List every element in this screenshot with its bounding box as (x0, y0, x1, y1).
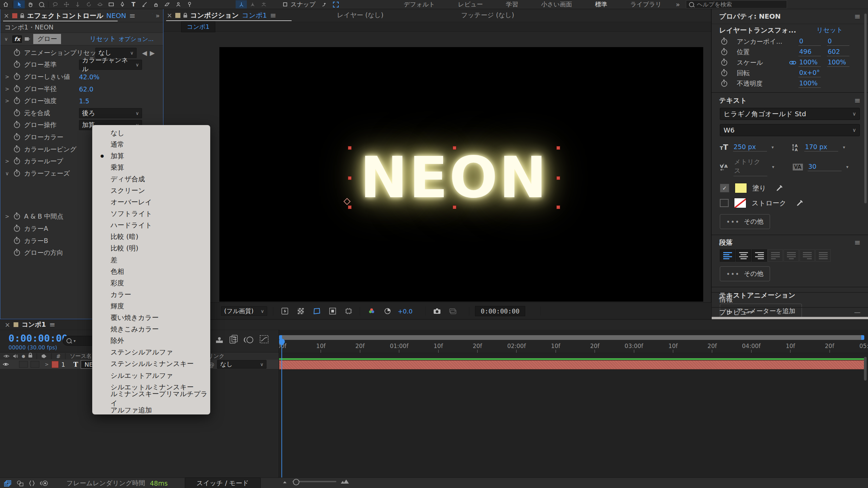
comp-viewer-tab[interactable]: コンポ1 (181, 21, 215, 32)
stopwatch-icon[interactable] (721, 60, 727, 66)
hand-tool-icon[interactable] (25, 0, 36, 8)
stroke-eyedropper-icon[interactable] (796, 200, 803, 206)
stopwatch-icon[interactable] (721, 70, 727, 76)
effect-options-link[interactable]: オプション... (119, 35, 154, 43)
layer-tab[interactable]: レイヤー (なし) (337, 11, 383, 20)
zoom-tool-icon[interactable] (36, 0, 47, 8)
stopwatch-icon[interactable] (721, 81, 727, 87)
effect-property-dropdown[interactable]: 後ろ∨ (79, 108, 142, 118)
workspace-tab-デフォルト[interactable]: デフォルト (404, 0, 435, 8)
frame-blend-toggle-icon[interactable] (28, 480, 35, 487)
arrow-down-tool-icon[interactable] (72, 0, 83, 8)
text-more-button[interactable]: •••その他 (720, 214, 770, 229)
region-of-interest-icon[interactable] (327, 307, 338, 315)
text-layer-selection[interactable]: NEON (349, 147, 559, 208)
panel-close-icon[interactable]: × (4, 12, 9, 19)
preset-next-icon[interactable]: ▶ (150, 49, 155, 57)
transform-section-title[interactable]: レイヤートランスフォ... (719, 26, 796, 35)
stopwatch-icon[interactable] (14, 214, 20, 220)
snap-frame-icon[interactable] (279, 0, 291, 8)
effect-property-dropdown[interactable]: カラーチャンネル∨ (79, 60, 142, 70)
kerning-caret-icon[interactable]: ▾ (772, 164, 774, 169)
lasso-tool-icon[interactable] (50, 0, 61, 8)
snapshot-camera-icon[interactable] (432, 307, 443, 315)
rotation-tool-icon[interactable] (83, 0, 94, 8)
timeline-tab[interactable]: コンポ1 (22, 320, 46, 329)
effect-property-value[interactable]: 62.0 (79, 85, 93, 93)
stroke-color-swatch[interactable] (734, 198, 746, 208)
blend-mode-menu-item[interactable]: シルエットアルファ (92, 370, 210, 381)
transform-value-field[interactable]: 0 (827, 37, 849, 46)
blend-mode-menu-item[interactable]: 焼きこみカラー (92, 324, 210, 335)
comp-canvas[interactable]: NEON (219, 47, 703, 302)
effect-twirl-icon[interactable]: ∨ (2, 36, 10, 42)
selection-tool-icon[interactable] (14, 0, 25, 8)
stopwatch-icon[interactable] (14, 146, 20, 152)
blend-mode-menu-item[interactable]: 覆い焼きカラー (92, 312, 210, 324)
blend-mode-menu-item[interactable]: ディザ合成 (92, 173, 210, 185)
fill-checkbox[interactable]: ✓ (720, 184, 729, 192)
show-snapshot-icon[interactable] (448, 307, 459, 315)
panel-menu-icon[interactable]: ≡ (854, 12, 861, 21)
proxy-box-icon[interactable] (330, 0, 341, 8)
comp-mini-flowchart-icon[interactable] (214, 336, 225, 344)
mask-visibility-icon[interactable] (311, 307, 322, 315)
stopwatch-icon[interactable] (14, 170, 20, 177)
zoom-in-mountain-icon[interactable] (340, 479, 349, 484)
home-tool-icon[interactable] (0, 0, 11, 8)
leading-field[interactable]: 170 px (804, 143, 838, 151)
paragraph-more-button[interactable]: •••その他 (720, 266, 770, 281)
preview-panel-header[interactable]: プレビュー (719, 308, 754, 317)
transform-value-field[interactable]: 100% (827, 58, 849, 67)
align-justify-right-button[interactable] (800, 249, 815, 262)
transform-value-field[interactable]: 0x+0° (798, 69, 821, 77)
footage-tab[interactable]: フッテージ (なし) (461, 11, 514, 20)
blend-mode-menu-item[interactable]: スクリーン (92, 185, 210, 196)
effect-property-value[interactable]: 42.0% (79, 73, 99, 81)
switch-mode-button[interactable]: スイッチ / モード (185, 477, 261, 488)
panel-menu-icon[interactable]: ≡ (854, 238, 861, 247)
font-family-dropdown[interactable]: ヒラギノ角ゴオールド Std∨ (720, 108, 860, 120)
snap-label[interactable]: スナップ (291, 0, 316, 8)
project-tab[interactable]: プロ (152, 11, 152, 20)
exposure-value[interactable]: +0.0 (398, 308, 413, 315)
layer-audio-cell[interactable] (19, 361, 28, 368)
motion-blur-toggle-icon[interactable] (40, 480, 48, 486)
stopwatch-icon[interactable] (14, 110, 20, 116)
frame-blending-icon[interactable] (228, 335, 239, 343)
align-justify-left-button[interactable] (768, 249, 783, 262)
selection-handle[interactable] (556, 176, 560, 180)
effect-reset-link[interactable]: リセット (90, 35, 116, 43)
workspace-tab-ライブラリ[interactable]: ライブラリ (630, 0, 662, 8)
timeline-zoom-slider[interactable] (292, 481, 336, 482)
selection-handle[interactable] (348, 205, 352, 209)
scale-link-icon[interactable] (787, 61, 798, 65)
view-axis-mode-icon[interactable] (258, 0, 269, 8)
twirl-icon[interactable]: > (0, 98, 14, 104)
panel-menu-icon[interactable]: ≡ (129, 12, 135, 20)
zoom-out-mountain-icon[interactable] (283, 480, 288, 484)
twirl-icon[interactable]: > (0, 158, 14, 164)
font-size-field[interactable]: 250 px (733, 143, 767, 151)
blend-mode-menu-item[interactable]: 通常 (92, 139, 210, 150)
work-area-end-handle[interactable] (861, 335, 864, 340)
blend-mode-menu-item[interactable]: ステンシルルミナンスキー (92, 358, 210, 370)
parent-link-dropdown[interactable]: なし∨ (217, 360, 267, 369)
blend-mode-menu-item[interactable]: 除外 (92, 335, 210, 347)
help-search-box[interactable]: ヘルプを検索 (686, 0, 787, 8)
pan-behind-tool-icon[interactable] (61, 0, 72, 8)
workspace-tab-学習[interactable]: 学習 (506, 0, 518, 8)
effect-property-value[interactable]: 1.5 (79, 97, 89, 105)
local-axis-mode-icon[interactable] (236, 0, 247, 8)
layer-eye-icon[interactable] (3, 362, 9, 366)
playhead-line[interactable] (281, 341, 282, 488)
stopwatch-icon[interactable] (14, 158, 20, 164)
selection-handle[interactable] (348, 146, 352, 150)
twirl-icon[interactable]: > (0, 86, 14, 92)
current-timecode[interactable]: 0:00:00:00 00000 (30.00 fps) (8, 332, 68, 351)
align-right-button[interactable] (752, 249, 767, 262)
twirl-icon[interactable]: ∨ (0, 170, 14, 177)
shy-layers-icon[interactable] (16, 480, 24, 487)
bend-icon[interactable] (319, 0, 330, 8)
motion-blur-icon[interactable] (243, 336, 254, 344)
